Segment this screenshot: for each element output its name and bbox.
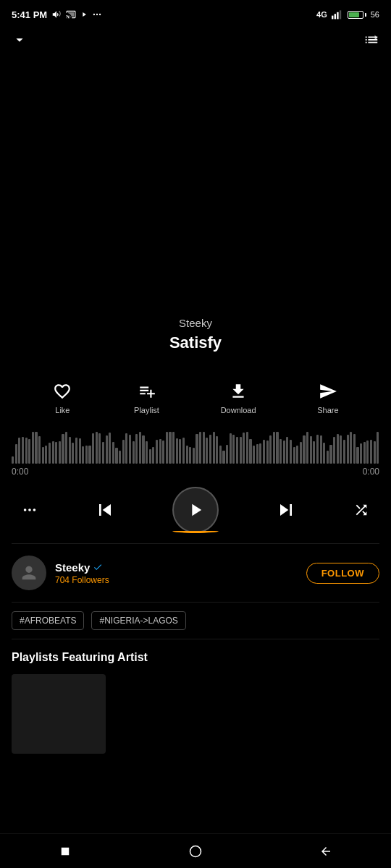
waveform-bar xyxy=(92,433,94,464)
track-artist: Steeky xyxy=(14,317,377,329)
followers-count: 704 Followers xyxy=(55,575,109,585)
waveform-bar xyxy=(286,437,288,464)
waveform-bar xyxy=(129,435,131,464)
tag-afrobeats[interactable]: #AFROBEATS xyxy=(12,611,84,630)
share-label: Share xyxy=(317,406,338,414)
waveform-bar xyxy=(240,437,242,464)
waveform-bar xyxy=(203,432,205,464)
playlist-card[interactable] xyxy=(12,674,106,754)
waveform-bar xyxy=(62,434,64,464)
waveform-bar xyxy=(350,432,352,464)
waveform-bar xyxy=(253,446,255,464)
waveform-bar xyxy=(290,440,292,464)
share-button[interactable]: Share xyxy=(317,381,338,414)
tag-nigeria-lagos[interactable]: #NIGERIA->LAGOS xyxy=(91,611,185,630)
waveform-bar xyxy=(374,441,376,464)
download-label: Download xyxy=(221,406,256,414)
cast-icon xyxy=(66,9,76,20)
waveform-bar xyxy=(42,447,44,464)
artist-name: Steeky xyxy=(55,561,90,574)
waveform-bar xyxy=(329,445,332,464)
tags-section: #AFROBEATS #NIGERIA->LAGOS xyxy=(0,603,391,639)
playlists-section: Playlists Featuring Artist xyxy=(0,639,391,768)
waveform-bar xyxy=(65,432,67,464)
waveform-bar xyxy=(169,432,171,464)
verified-icon xyxy=(93,562,103,572)
waveform-bar xyxy=(75,438,77,464)
home-circle-icon xyxy=(188,844,203,859)
waveform-bar xyxy=(276,432,278,464)
waveform-container[interactable]: 0:00 0:00 xyxy=(0,429,391,477)
waveform-bar xyxy=(172,432,175,464)
shuffle-icon xyxy=(353,502,369,518)
like-button[interactable]: Like xyxy=(52,381,72,414)
waveform-bar xyxy=(139,432,141,464)
waveform-bar xyxy=(323,443,325,464)
waveform-bar xyxy=(35,432,37,464)
waveform-bar xyxy=(189,447,191,464)
playlists-title: Playlists Featuring Artist xyxy=(12,651,379,664)
stop-icon xyxy=(59,845,72,858)
artist-info: Steeky 704 Followers xyxy=(12,556,109,590)
waveform-bar xyxy=(119,451,121,464)
nav-stop-button[interactable] xyxy=(44,839,86,864)
waveform-bar xyxy=(133,441,135,464)
waveform-bar xyxy=(230,433,232,464)
nav-home-button[interactable] xyxy=(174,838,217,864)
waveform-bar xyxy=(45,446,47,464)
waveform-bar xyxy=(182,438,185,464)
waveform-bar xyxy=(109,433,111,464)
nav-back-button[interactable] xyxy=(305,839,347,864)
status-bar: 5:41 PM 4G 56 xyxy=(0,0,391,26)
artist-section: Steeky 704 Followers FOLLOW xyxy=(0,544,391,602)
download-button[interactable]: Download xyxy=(221,381,256,414)
waveform-bar xyxy=(149,449,151,464)
like-label: Like xyxy=(55,406,70,414)
more-options-button[interactable] xyxy=(22,502,38,518)
waveform-bar xyxy=(12,456,14,464)
playlist-button[interactable]: Playlist xyxy=(134,381,159,414)
svg-rect-6 xyxy=(340,10,341,19)
waveform-bar xyxy=(85,446,88,464)
status-time: 5:41 PM xyxy=(12,9,102,20)
waveform-bar xyxy=(193,448,195,464)
waveform-bar xyxy=(279,439,282,464)
waveform[interactable] xyxy=(12,429,379,464)
waveform-bar xyxy=(209,435,211,464)
play-button[interactable] xyxy=(172,487,219,533)
waveform-bar xyxy=(273,432,275,464)
next-button[interactable] xyxy=(274,498,298,522)
waveform-bar xyxy=(72,443,74,464)
action-buttons: Like Playlist Download Share xyxy=(0,374,391,429)
svg-point-2 xyxy=(99,14,101,15)
waveform-bar xyxy=(38,436,41,464)
shuffle-button[interactable] xyxy=(353,502,369,518)
artist-details: Steeky 704 Followers xyxy=(55,561,109,585)
waveform-bar xyxy=(88,446,91,464)
waveform-bar xyxy=(49,443,51,464)
top-nav xyxy=(0,26,391,56)
waveform-bar xyxy=(222,451,224,464)
waveform-bar xyxy=(363,442,366,464)
battery-indicator xyxy=(348,11,366,19)
current-time: 0:00 xyxy=(12,467,28,477)
waveform-bar xyxy=(313,441,315,464)
follow-button[interactable]: FOLLOW xyxy=(306,563,379,584)
waveform-bar xyxy=(28,439,30,464)
like-icon xyxy=(52,381,72,401)
ellipsis-icon xyxy=(22,502,38,518)
waveform-bar xyxy=(98,433,101,464)
waveform-bar xyxy=(360,443,362,464)
total-time: 0:00 xyxy=(363,467,379,477)
waveform-bar xyxy=(159,439,161,464)
album-art xyxy=(0,56,391,302)
waveform-bar xyxy=(219,446,222,464)
waveform-bar xyxy=(55,442,57,464)
collapse-button[interactable] xyxy=(12,32,28,48)
time-row: 0:00 0:00 xyxy=(12,464,379,477)
artist-avatar xyxy=(12,556,46,590)
previous-button[interactable] xyxy=(93,498,117,522)
queue-button[interactable] xyxy=(363,32,379,48)
signal-icon xyxy=(332,9,343,20)
waveform-bar xyxy=(59,441,61,464)
